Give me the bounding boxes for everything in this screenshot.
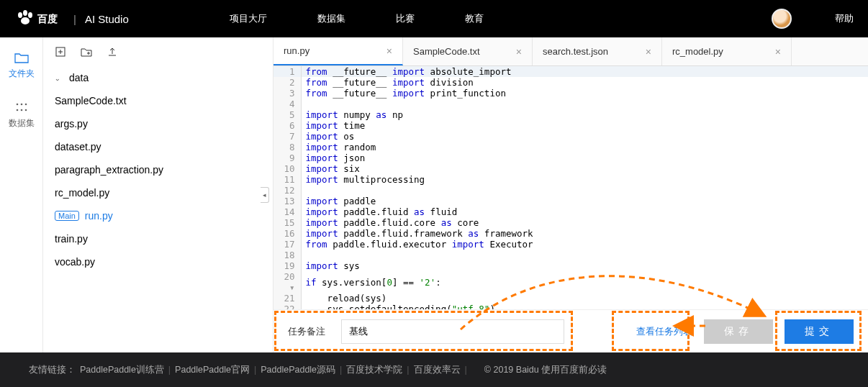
file-actions (43, 37, 273, 66)
nav-item-lobby[interactable]: 项目大厅 (230, 12, 267, 25)
code-line[interactable]: import random (301, 142, 868, 152)
svg-point-2 (28, 12, 32, 18)
save-button[interactable]: 保存 (704, 319, 773, 344)
close-icon[interactable]: × (516, 46, 522, 58)
tree-file-main[interactable]: Mainrun.py (52, 204, 264, 227)
nav-menu: 项目大厅 数据集 比赛 教育 (230, 12, 484, 25)
svg-point-6 (20, 104, 22, 106)
remark-label: 任务备注 (288, 325, 325, 338)
new-file-icon[interactable] (55, 46, 66, 58)
svg-point-8 (16, 109, 18, 111)
nav-item-education[interactable]: 教育 (465, 12, 484, 25)
action-bar: 任务备注 查看任务列表 保存 提交 (273, 309, 868, 352)
new-folder-icon[interactable] (81, 46, 92, 58)
code-line[interactable]: import paddle.fluid.framework as framewo… (301, 228, 868, 239)
svg-point-3 (21, 17, 30, 24)
close-icon[interactable]: × (646, 46, 651, 58)
file-panel: data SampleCode.txtargs.pydataset.pypara… (43, 37, 273, 352)
editor-tab[interactable]: rc_model.py× (662, 37, 792, 65)
code-line[interactable]: import multiprocessing (301, 174, 868, 185)
footer-copyright: © 2019 Baidu 使用百度前必读 (484, 364, 607, 376)
close-icon[interactable]: × (775, 46, 781, 58)
file-tree: data SampleCode.txtargs.pydataset.pypara… (43, 66, 273, 273)
tree-file[interactable]: args.py (52, 112, 264, 135)
footer-link[interactable]: 百度效率云 (414, 365, 461, 375)
code-line[interactable] (301, 185, 868, 196)
footer-link[interactable]: PaddlePaddle官网 (175, 365, 250, 375)
remark-input[interactable] (341, 319, 564, 344)
code-line[interactable]: from __future__ import division (301, 77, 868, 88)
brand-sub: AI Studio (85, 13, 129, 25)
svg-point-5 (16, 104, 18, 106)
close-icon[interactable]: × (386, 45, 392, 57)
code-line[interactable]: import os (301, 131, 868, 142)
baidu-logo-icon: 百度 (14, 9, 65, 29)
folder-icon (14, 52, 29, 63)
dataset-icon (14, 101, 29, 113)
editor-tab[interactable]: SampleCode.txt× (403, 37, 533, 65)
code-line[interactable]: import numpy as np (301, 109, 868, 120)
tree-file[interactable]: SampleCode.txt (52, 89, 264, 112)
upload-icon[interactable] (107, 46, 118, 58)
code-line[interactable] (301, 99, 868, 109)
footer-prefix: 友情链接： (29, 364, 76, 376)
left-sidebar: 文件夹 数据集 (0, 37, 43, 352)
svg-point-9 (20, 109, 22, 111)
top-nav: 百度 | AI Studio 项目大厅 数据集 比赛 教育 帮助 (0, 0, 868, 37)
tree-folder-data[interactable]: data (52, 66, 264, 89)
code-line[interactable]: reload(sys) (301, 293, 868, 304)
view-tasks-link[interactable]: 查看任务列表 (636, 325, 692, 338)
nav-help[interactable]: 帮助 (835, 12, 854, 25)
nav-item-dataset[interactable]: 数据集 (317, 12, 345, 25)
code-line[interactable]: import paddle (301, 196, 868, 206)
editor-tab[interactable]: search.test.json× (533, 37, 662, 65)
editor-tabs: run.py×SampleCode.txt×search.test.json×r… (273, 37, 868, 66)
submit-button[interactable]: 提交 (785, 319, 854, 344)
code-line[interactable] (301, 250, 868, 260)
editor-area: ◂ run.py×SampleCode.txt×search.test.json… (273, 37, 868, 352)
code-line[interactable]: from __future__ import absolute_import (301, 66, 868, 77)
editor-tab[interactable]: run.py× (273, 37, 403, 65)
svg-point-10 (24, 109, 27, 111)
tree-file[interactable]: vocab.py (52, 250, 264, 273)
code-line[interactable]: from __future__ import print_function (301, 88, 868, 99)
code-line[interactable]: import paddle.fluid.core as core (301, 217, 868, 228)
code-line[interactable]: from paddle.fluid.executor import Execut… (301, 239, 868, 250)
svg-point-1 (23, 10, 27, 16)
svg-point-0 (18, 12, 22, 18)
svg-text:百度: 百度 (37, 13, 58, 24)
code-viewport[interactable]: 1from __future__ import absolute_import2… (273, 66, 868, 309)
main-area: 文件夹 数据集 data SampleCode.txtargs.pydatase… (0, 37, 868, 352)
sidebar-dataset[interactable]: 数据集 (9, 101, 35, 129)
code-line[interactable]: import six (301, 163, 868, 174)
collapse-panel-icon[interactable]: ◂ (261, 187, 269, 203)
tree-file[interactable]: train.py (52, 227, 264, 250)
code-line[interactable]: import sys (301, 260, 868, 271)
tree-file[interactable]: dataset.py (52, 135, 264, 158)
footer-link[interactable]: PaddlePaddle源码 (261, 365, 335, 375)
code-line[interactable]: import time (301, 120, 868, 131)
code-line[interactable]: import json (301, 152, 868, 163)
footer: 友情链接： PaddlePaddle训练营|PaddlePaddle官网|Pad… (0, 352, 868, 387)
tree-file[interactable]: paragraph_extraction.py (52, 158, 264, 181)
svg-point-7 (24, 104, 27, 106)
code-line[interactable]: if sys.version[0] == '2': (301, 271, 868, 293)
footer-link[interactable]: 百度技术学院 (346, 365, 402, 375)
brand-logo[interactable]: 百度 | AI Studio (14, 9, 129, 29)
sidebar-files[interactable]: 文件夹 (9, 52, 35, 80)
tree-file[interactable]: rc_model.py (52, 181, 264, 204)
nav-item-competition[interactable]: 比赛 (396, 12, 415, 25)
avatar[interactable] (772, 9, 792, 29)
footer-link[interactable]: PaddlePaddle训练营 (80, 365, 164, 375)
code-line[interactable]: sys.setdefaultencoding("utf-8") (301, 304, 868, 309)
code-line[interactable]: import paddle.fluid as fluid (301, 206, 868, 217)
